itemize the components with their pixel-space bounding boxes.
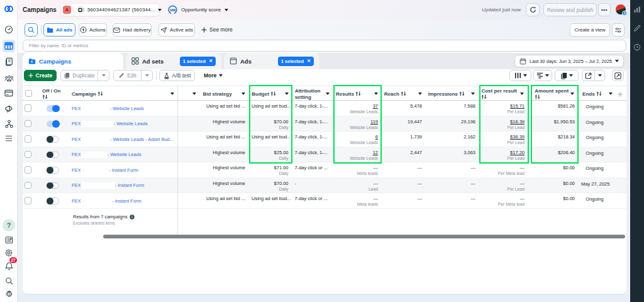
header-campaign[interactable]: Campaign (62, 86, 177, 100)
close-icon[interactable]: ✕ (307, 59, 311, 64)
row-select-cell[interactable] (23, 193, 39, 208)
row-select-cell[interactable] (23, 101, 39, 116)
campaign-toggle[interactable] (47, 105, 59, 112)
info-icon[interactable] (130, 215, 135, 220)
row-toggle-cell[interactable] (39, 101, 62, 116)
adsets-selected-pill[interactable]: 1 selected✕ (180, 57, 216, 66)
header-off-on[interactable]: Off / On (39, 86, 62, 100)
report-bug-icon[interactable] (3, 287, 15, 299)
row-select-cell[interactable] (23, 131, 39, 147)
row-checkbox[interactable] (25, 120, 32, 128)
duplicate-button[interactable]: Duplicate (60, 70, 109, 81)
campaign-name-cell[interactable]: FEX- Website Leads - Adset Bud... (62, 131, 177, 147)
header-results[interactable]: Results (333, 86, 381, 100)
row-select-cell[interactable] (23, 162, 39, 177)
ads-selected-pill[interactable]: 1 selected✕ (278, 57, 314, 66)
search-button[interactable] (25, 23, 38, 36)
campaign-toggle[interactable] (47, 167, 59, 174)
campaign-name-cell[interactable]: FEX- Website Leads (62, 147, 177, 162)
edit-dropdown[interactable] (141, 70, 152, 81)
profile-avatar[interactable]: f (616, 4, 626, 14)
create-a-view-button[interactable]: Create a view (570, 23, 610, 36)
account-selector[interactable]: A 560344094621387 (560344... (60, 3, 160, 16)
had-delivery-filter-chip[interactable]: Had delivery (113, 23, 152, 36)
breakdown-button[interactable] (533, 70, 552, 81)
table-row[interactable]: FEX- Instant Form Highest volume $70.00D… (23, 178, 626, 194)
create-button[interactable]: Create (24, 70, 57, 81)
campaign-toggle[interactable] (47, 198, 59, 204)
select-all-checkbox[interactable] (25, 90, 33, 98)
horizontal-scrollbar[interactable] (103, 235, 625, 238)
header-amount-spent[interactable]: Amount spent (527, 86, 577, 100)
row-select-cell[interactable] (23, 147, 39, 162)
row-checkbox[interactable] (25, 135, 32, 143)
row-toggle-cell[interactable] (39, 131, 62, 147)
close-icon[interactable]: ✕ (209, 59, 213, 64)
account-overview-icon[interactable] (3, 23, 15, 36)
table-row[interactable]: FEX- Website Leads Highest volume $25.00… (23, 147, 626, 163)
header-reach[interactable]: Reach (381, 86, 425, 100)
see-more-filters[interactable]: See more (201, 23, 233, 36)
export-button[interactable] (582, 70, 605, 81)
row-checkbox[interactable] (25, 151, 32, 159)
campaigns-nav-icon[interactable] (3, 40, 15, 52)
duplicate-dropdown[interactable] (97, 70, 109, 81)
campaign-name-cell[interactable]: FEX ·- Instant Form (62, 162, 177, 177)
notifications-icon[interactable]: 27 (3, 260, 15, 272)
row-checkbox[interactable] (25, 197, 32, 204)
row-checkbox[interactable] (25, 166, 32, 174)
header-ends[interactable]: Ends (577, 86, 616, 100)
campaign-name-cell[interactable]: FEX- Website Leads (62, 101, 177, 116)
more-options-button[interactable]: ••• (598, 3, 611, 16)
row-toggle-cell[interactable] (39, 147, 62, 162)
tab-ads[interactable]: Ads 1 selected✕ (224, 53, 319, 69)
header-select-all[interactable] (23, 86, 39, 100)
view-settings-button[interactable] (612, 23, 625, 36)
row-select-cell[interactable] (23, 178, 39, 193)
campaign-name-cell[interactable]: FEX ·- Instant Form (62, 193, 177, 208)
tab-adsets[interactable]: Ad sets 1 selected✕ (126, 53, 221, 69)
ads-reporting-icon[interactable] (3, 55, 15, 68)
campaign-name-cell[interactable]: FEX- Website Leads (62, 116, 177, 131)
date-range-selector[interactable]: Last 30 days: Jun 3, 2025 – Jul 2, 2025 (514, 55, 624, 67)
table-row[interactable]: FEX- Website Leads Highest volume $70.00… (23, 116, 626, 132)
campaign-toggle[interactable] (47, 182, 59, 189)
row-select-cell[interactable] (23, 116, 39, 131)
campaign-toggle[interactable] (47, 136, 59, 143)
header-bid-strategy[interactable]: Bid strategy (199, 86, 248, 100)
row-toggle-cell[interactable] (39, 193, 62, 208)
review-and-publish-button[interactable]: Review and publish (543, 3, 597, 16)
history-rail-icon[interactable] (632, 42, 642, 52)
table-row[interactable]: FEX ·- Instant Form Highest volume $71.0… (23, 162, 626, 178)
campaign-name-cell[interactable]: FEX- Instant Form (62, 178, 177, 193)
actions-filter-chip[interactable]: Actions (79, 23, 107, 36)
tab-campaigns[interactable]: Campaigns (23, 53, 123, 69)
reports-button[interactable] (555, 70, 579, 81)
row-toggle-cell[interactable] (39, 178, 62, 193)
expand-chart-button[interactable] (612, 70, 624, 81)
advertise-icon[interactable] (3, 102, 15, 115)
opportunity-score[interactable]: 100 Opportunity score (168, 3, 228, 16)
whats-new-icon[interactable] (3, 233, 15, 246)
more-actions-button[interactable]: More (204, 70, 223, 81)
charts-rail-icon[interactable] (632, 4, 642, 14)
header-impressions[interactable]: Impressions (425, 86, 479, 100)
row-toggle-cell[interactable] (39, 116, 62, 131)
billing-icon[interactable] (3, 87, 15, 99)
workflows-icon[interactable] (3, 118, 15, 130)
export-dropdown[interactable] (594, 70, 604, 81)
all-ads-filter-chip[interactable]: All ads (43, 23, 75, 36)
header-budget[interactable]: Budget (248, 86, 291, 100)
all-tools-icon[interactable] (3, 132, 15, 145)
campaign-toggle[interactable] (47, 152, 59, 159)
row-checkbox[interactable] (25, 104, 32, 112)
header-blank[interactable] (177, 86, 200, 100)
table-row[interactable]: FEX- Website Leads Using ad set bid ... … (23, 101, 626, 116)
ab-test-button[interactable]: A/B test (159, 70, 195, 81)
header-cost-per-result[interactable]: Cost per result (478, 86, 527, 100)
columns-button[interactable] (509, 70, 531, 81)
edit-button[interactable]: Edit (113, 70, 153, 81)
edit-rail-icon[interactable] (632, 23, 642, 33)
header-attribution[interactable]: Attribution setting (292, 86, 333, 100)
header-settings[interactable] (616, 86, 626, 100)
